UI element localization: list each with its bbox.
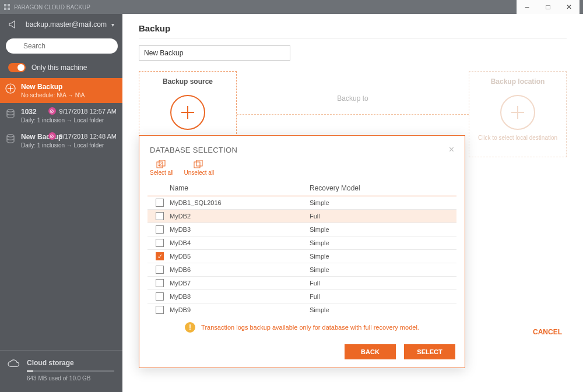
db-recovery-model: Simple [310,266,454,273]
job-subtitle: No schedule: N\A → N\A [21,92,115,98]
select-button[interactable]: SELECT [404,344,455,359]
plus-icon [500,95,535,130]
megaphone-icon [8,20,17,29]
filter-row: Only this machine [0,57,122,78]
row-checkbox[interactable] [156,212,164,220]
db-recovery-model: Simple [310,306,454,313]
svg-rect-18 [196,160,202,166]
database-row[interactable]: MyDB4Simple [147,236,456,250]
app-icon [3,3,10,10]
select-all-label: Select all [150,169,174,176]
cancel-button[interactable]: CANCEL [533,328,562,336]
job-list: New BackupNo schedule: N\A → N\A1032⊘9/1… [0,78,122,153]
sidebar-job-item[interactable]: New Backup⊘9/17/2018 12:48 AMDaily: 1 in… [0,128,122,153]
select-all-icon [156,160,167,168]
unselect-all-label: Unselect all [184,169,215,176]
db-name: MyDB6 [170,266,310,273]
window-minimize-button[interactable]: – [517,0,538,14]
svg-point-10 [7,135,14,137]
database-selection-modal: DATABASE SELECTION × Select all Unselect… [139,135,465,368]
row-checkbox[interactable]: ✓ [156,252,164,260]
storage-usage: 643 MB used of 10.0 GB [27,375,114,382]
backup-name-input[interactable] [139,45,290,61]
database-row[interactable]: MyDB1_SQL2016Simple [147,196,456,210]
back-button[interactable]: BACK [345,344,396,359]
database-row[interactable]: MyDB2Full [147,210,456,223]
db-recovery-model: Full [310,280,454,287]
row-checkbox[interactable] [156,279,164,287]
sidebar: backup.master@mail.com ▾ + Only this mac… [0,14,122,392]
database-row[interactable]: MyDB8Full [147,290,456,303]
db-name: MyDB8 [170,293,310,300]
svg-rect-3 [8,8,10,10]
connector-line [237,114,469,115]
select-all-button[interactable]: Select all [150,160,174,176]
chevron-down-icon: ▾ [111,22,114,28]
account-row[interactable]: backup.master@mail.com ▾ [0,14,122,35]
warning-row: ! Transaction logs backup available only… [139,316,465,338]
database-grid: Name Recovery Model MyDB1_SQL2016SimpleM… [147,181,456,316]
svg-rect-17 [194,162,200,168]
close-icon[interactable]: × [449,145,454,154]
row-checkbox[interactable] [156,199,164,207]
unselect-all-button[interactable]: Unselect all [184,160,215,176]
divider [139,38,567,38]
window-close-button[interactable]: ✕ [559,0,580,14]
db-name: MyDB9 [170,306,310,313]
database-row[interactable]: MyDB7Full [147,277,456,290]
database-icon [5,133,16,144]
db-recovery-model: Simple [310,199,454,206]
col-name: Name [170,184,310,192]
cloud-icon [7,359,20,368]
row-checkbox[interactable] [156,266,164,274]
db-name: MyDB3 [170,226,310,233]
job-subtitle: Daily: 1 inclusion → Local folder [21,117,115,123]
database-row[interactable]: MyDB9Simple [147,303,456,316]
only-this-machine-label: Only this machine [31,63,87,72]
row-checkbox[interactable] [156,225,164,234]
plus-circle-icon [5,83,16,94]
sidebar-job-item[interactable]: New BackupNo schedule: N\A → N\A [0,78,122,103]
storage-title: Cloud storage [27,359,114,367]
db-name: MyDB7 [170,280,310,287]
search-input[interactable] [6,38,118,54]
db-recovery-model: Full [310,293,454,300]
database-row[interactable]: MyDB6Simple [147,263,456,277]
cloud-storage-panel: Cloud storage 643 MB used of 10.0 GB [0,350,122,392]
db-name: MyDB4 [170,239,310,246]
database-row[interactable]: MyDB3Simple [147,223,456,236]
modal-title: DATABASE SELECTION [150,146,237,154]
storage-bar [27,370,114,372]
svg-rect-1 [8,4,10,6]
dest-title: Backup location [473,77,563,86]
svg-point-9 [7,110,14,112]
database-icon [5,108,16,119]
title-bar: PARAGON CLOUD BACKUP – □ ✕ [0,0,583,14]
db-name: MyDB1_SQL2016 [170,199,310,206]
sidebar-job-item[interactable]: 1032⊘9/17/2018 12:57 AMDaily: 1 inclusio… [0,103,122,128]
window-maximize-button[interactable]: □ [538,0,559,14]
warning-icon: ! [185,322,195,333]
db-name: MyDB5 [170,253,310,260]
db-recovery-model: Simple [310,239,454,246]
job-title: New Backup [21,83,115,91]
warning-text: Transaction logs backup available only f… [201,324,419,331]
row-checkbox[interactable] [156,292,164,301]
backup-destination-card[interactable]: Backup location Click to select local de… [469,71,567,157]
job-timestamp: 9/17/2018 12:57 AM [59,108,117,115]
app-title: PARAGON CLOUD BACKUP [14,4,90,10]
only-this-machine-toggle[interactable] [8,63,26,72]
svg-rect-2 [4,8,6,10]
db-recovery-model: Simple [310,226,454,233]
db-name: MyDB2 [170,213,310,220]
page-title: Backup [122,14,583,38]
svg-rect-0 [4,4,6,6]
row-checkbox[interactable] [156,306,164,314]
unselect-all-icon [194,160,204,168]
job-timestamp: 9/17/2018 12:48 AM [59,133,117,140]
row-checkbox[interactable] [156,239,164,247]
database-row[interactable]: ✓MyDB5Simple [147,250,456,263]
source-title: Backup source [143,77,233,86]
grid-header: Name Recovery Model [147,181,456,196]
db-recovery-model: Simple [310,253,454,260]
